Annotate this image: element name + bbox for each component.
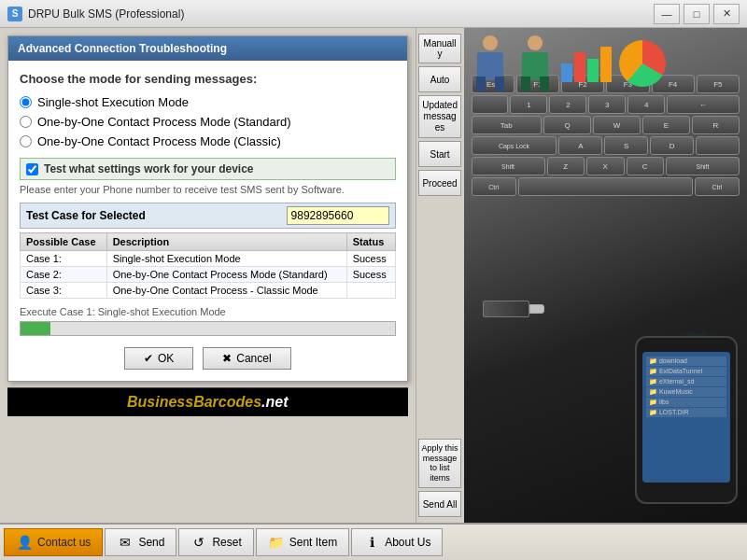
checkmark-icon: ✔	[144, 352, 153, 365]
mode1-label: Single-shot Execution Mode	[37, 95, 189, 109]
start-button[interactable]: Start	[418, 141, 461, 167]
apply-msg-button[interactable]: Apply this message to list items	[418, 439, 461, 488]
contact-us-button[interactable]: 👤 Contact us	[4, 528, 103, 556]
maximize-button[interactable]: □	[684, 4, 710, 24]
key-row-6: Ctrl Ctrl	[472, 177, 740, 196]
mode1-radio[interactable]	[20, 96, 32, 108]
phone-screen: 📁 download📁 ExtDataTunnel📁 eXternal_sd📁 …	[642, 352, 730, 483]
bar-3	[587, 59, 599, 82]
table-cell-status: Sucess	[346, 267, 395, 283]
x-icon: ✖	[222, 352, 232, 365]
key-x: X	[586, 157, 624, 175]
bar-4	[600, 47, 612, 82]
sent-item-icon: 📁	[268, 534, 285, 551]
side-toolbar: Manually Auto Updated messages Start Pro…	[416, 28, 464, 523]
proceed-button[interactable]: Proceed	[418, 170, 461, 196]
key-q: Q	[543, 116, 591, 134]
key-f5: F5	[697, 75, 740, 93]
progress-bar-container	[20, 321, 396, 336]
key-row-4: Caps Lock A S D	[472, 136, 740, 155]
progress-bar-fill	[21, 322, 50, 335]
col-description: Description	[106, 233, 346, 251]
branding-strip: BusinessBarcodes.net	[7, 387, 408, 416]
phone-file-item: 📁 ExtDataTunnel	[646, 367, 726, 376]
send-all-button[interactable]: Send All	[418, 491, 461, 517]
manually-button[interactable]: Manually	[418, 34, 461, 63]
mode3-radio[interactable]	[20, 135, 32, 147]
test-info: Please enter your Phone number to receiv…	[20, 184, 396, 195]
test-case-header: Test Case for Selected	[20, 203, 396, 229]
bar-1	[561, 63, 572, 82]
execute-label: Execute Case 1: Single-shot Execution Mo…	[20, 306, 396, 317]
ok-button[interactable]: ✔ OK	[124, 347, 193, 370]
phone-file-item: 📁 LOST.DIR	[646, 408, 726, 417]
bottom-toolbar: 👤 Contact us ✉ Send ↺ Reset 📁 Sent Item …	[0, 523, 747, 560]
table-cell-status: Sucess	[346, 251, 395, 267]
reset-label: Reset	[212, 536, 241, 549]
phone-file-item: 📁 KuweMusic	[646, 387, 726, 397]
mode2-option[interactable]: One-by-One Contact Process Mode (Standar…	[20, 115, 396, 129]
background-image: Esc F1 F2 F3 F4 F5 1 2 3 4 ←	[464, 28, 747, 523]
usb-connector	[529, 304, 544, 314]
person2-icon	[516, 35, 554, 91]
test-case-label: Test Case for Selected	[26, 209, 146, 222]
key-caps: Caps Lock	[472, 136, 557, 155]
cases-table: Possible Case Description Status Case 1:…	[20, 232, 396, 299]
mode3-label: One-by-One Contact Process Mode (Classic…	[37, 134, 281, 148]
usb-body	[483, 301, 529, 317]
key-shift-r: Shift	[666, 157, 740, 175]
send-label: Send	[138, 536, 164, 549]
table-cell-description: Single-shot Execution Mode	[106, 251, 346, 267]
bar-2	[574, 52, 585, 82]
close-button[interactable]: ✕	[713, 4, 740, 24]
test-checkbox[interactable]	[26, 163, 38, 175]
dialog-box: Advanced Connection Troubleshooting Choo…	[7, 35, 408, 382]
person2-head	[528, 35, 543, 50]
window-controls: — □ ✕	[654, 4, 740, 24]
auto-button[interactable]: Auto	[418, 66, 461, 92]
phone-input[interactable]	[287, 206, 389, 225]
key-ctrl: Ctrl	[472, 177, 516, 196]
table-cell-status	[346, 283, 395, 299]
about-us-button[interactable]: ℹ About Us	[351, 528, 443, 556]
app-title: DRPU Bulk SMS (Professional)	[28, 7, 654, 21]
about-us-icon: ℹ	[363, 534, 380, 551]
send-button[interactable]: ✉ Send	[105, 528, 176, 556]
phone-file-item: 📁 download	[646, 357, 726, 366]
choose-mode-label: Choose the mode for sending messages:	[20, 72, 396, 86]
col-possible-case: Possible Case	[21, 233, 107, 251]
key-shift: Shift	[472, 157, 545, 175]
phone-mockup: 📁 download📁 ExtDataTunnel📁 eXternal_sd📁 …	[635, 336, 738, 504]
key-a: A	[558, 136, 602, 155]
key-ctrl-r: Ctrl	[695, 177, 740, 196]
mode2-radio[interactable]	[20, 116, 32, 128]
table-cell-case: Case 2:	[21, 267, 107, 283]
key-r: R	[692, 116, 740, 134]
phone-file-item: 📁 eXternal_sd	[646, 377, 726, 386]
bar-chart	[561, 45, 612, 82]
cancel-button[interactable]: ✖ Cancel	[203, 347, 290, 370]
key-row-5: Shift Z X C Shift	[472, 157, 740, 175]
sent-item-button[interactable]: 📁 Sent Item	[256, 528, 349, 556]
reset-icon: ↺	[190, 534, 207, 551]
key-1: 1	[510, 95, 547, 114]
minimize-button[interactable]: —	[654, 4, 680, 24]
reset-button[interactable]: ↺ Reset	[178, 528, 253, 556]
mode3-option[interactable]: One-by-One Contact Process Mode (Classic…	[20, 134, 396, 148]
phone-file-item: 📁 libs	[646, 398, 726, 407]
test-checkbox-section[interactable]: Test what settings work for your device	[20, 158, 396, 180]
table-row: Case 1:Single-shot Execution ModeSucess	[21, 251, 396, 267]
send-icon: ✉	[117, 534, 134, 551]
key-4: 4	[627, 95, 665, 114]
title-bar: S DRPU Bulk SMS (Professional) — □ ✕	[0, 0, 747, 28]
key-w: W	[593, 116, 641, 134]
person1-icon	[472, 35, 509, 91]
table-cell-case: Case 1:	[21, 251, 107, 267]
table-cell-description: One-by-One Contact Process Mode (Standar…	[106, 267, 346, 283]
branding-text1: BusinessBarcodes	[127, 394, 261, 410]
person1-leg1	[476, 77, 486, 91]
updated-messages-button[interactable]: Updated messages	[418, 95, 461, 138]
key-z: Z	[547, 157, 585, 175]
table-row: Case 2:One-by-One Contact Process Mode (…	[21, 267, 396, 283]
mode1-option[interactable]: Single-shot Execution Mode	[20, 95, 396, 109]
